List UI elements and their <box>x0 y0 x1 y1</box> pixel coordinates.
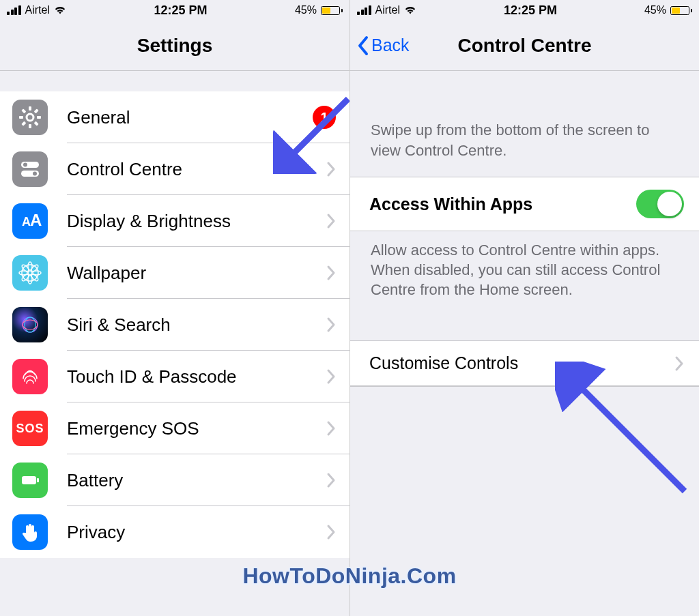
chevron-left-icon <box>357 35 369 56</box>
toggles-icon <box>12 151 48 187</box>
control-centre-nav-header: Back Control Centre <box>350 20 699 71</box>
svg-rect-29 <box>37 478 39 482</box>
settings-row-sos-label: Emergency SOS <box>48 418 326 439</box>
settings-row-wallpaper-label: Wallpaper <box>48 263 326 284</box>
settings-row-battery[interactable]: Battery <box>0 454 350 506</box>
svg-rect-7 <box>21 108 26 113</box>
access-within-apps-label: Access Within Apps <box>369 194 532 214</box>
settings-row-general-label: General <box>48 107 313 128</box>
status-left: Airtel <box>7 4 66 16</box>
battery-icon <box>670 6 692 15</box>
svg-point-26 <box>25 317 35 332</box>
svg-rect-3 <box>19 116 23 119</box>
sos-icon: SOS <box>12 411 48 446</box>
chevron-right-icon <box>326 161 336 177</box>
control-centre-title: Control Centre <box>458 35 592 57</box>
status-bar: Airtel 12:25 PM 45% <box>0 0 350 20</box>
customise-controls-row[interactable]: Customise Controls <box>350 340 699 386</box>
notification-badge: 1 <box>313 106 336 129</box>
cell-signal-icon <box>357 5 371 15</box>
settings-nav-header: Settings <box>0 20 350 71</box>
sos-text: SOS <box>16 422 44 436</box>
settings-row-privacy[interactable]: Privacy <box>0 506 350 558</box>
settings-row-wallpaper[interactable]: Wallpaper <box>0 247 350 299</box>
status-bar: Airtel 12:25 PM 45% <box>350 0 699 20</box>
battery-icon <box>321 6 343 15</box>
carrier-label: Airtel <box>25 4 50 16</box>
settings-row-siri-label: Siri & Search <box>48 314 326 336</box>
chevron-right-icon <box>326 368 336 385</box>
chevron-right-icon <box>326 265 336 281</box>
customise-controls-label: Customise Controls <box>369 353 518 373</box>
chevron-right-icon <box>326 472 336 488</box>
gear-icon <box>12 100 48 135</box>
flower-icon <box>12 255 48 291</box>
svg-rect-6 <box>21 121 26 126</box>
svg-rect-2 <box>29 124 31 128</box>
text-size-icon: AA <box>12 203 48 239</box>
settings-row-emergency-sos[interactable]: SOS Emergency SOS <box>0 402 350 454</box>
back-button[interactable]: Back <box>357 35 410 56</box>
svg-rect-1 <box>29 106 31 111</box>
control-centre-intro: Swipe up from the bottom of the screen t… <box>350 105 699 177</box>
svg-line-31 <box>575 382 685 491</box>
access-within-apps-toggle[interactable] <box>636 190 684 218</box>
battery-percentage: 45% <box>295 4 317 16</box>
settings-row-general[interactable]: General 1 <box>0 91 350 143</box>
svg-point-15 <box>28 271 32 275</box>
control-centre-screen: Airtel 12:25 PM 45% Back Control Centre … <box>350 0 699 616</box>
settings-list: General 1 Control Centre AA <box>0 91 350 558</box>
settings-row-display-brightness[interactable]: AA Display & Brightness <box>0 195 350 247</box>
access-within-apps-row: Access Within Apps <box>350 177 699 231</box>
status-time: 12:25 PM <box>504 3 557 18</box>
access-within-apps-footer: Allow access to Control Centre within ap… <box>350 231 699 313</box>
svg-text:A: A <box>30 211 42 229</box>
settings-row-control-centre-label: Control Centre <box>48 159 326 180</box>
wifi-icon <box>404 5 416 15</box>
chevron-right-icon <box>326 213 336 229</box>
svg-rect-28 <box>22 476 36 484</box>
status-left: Airtel <box>357 4 416 16</box>
cell-signal-icon <box>7 5 21 15</box>
svg-point-0 <box>27 114 33 121</box>
settings-row-siri-search[interactable]: Siri & Search <box>0 299 350 351</box>
wifi-icon <box>54 5 66 15</box>
settings-row-battery-label: Battery <box>48 470 326 491</box>
fingerprint-icon <box>12 359 48 394</box>
battery-percentage: 45% <box>644 4 666 16</box>
svg-rect-8 <box>34 121 39 126</box>
chevron-right-icon <box>674 355 684 372</box>
back-label: Back <box>371 35 410 55</box>
chevron-right-icon <box>326 420 336 437</box>
settings-row-display-label: Display & Brightness <box>48 211 326 232</box>
status-right: 45% <box>644 4 692 16</box>
status-time: 12:25 PM <box>154 3 207 18</box>
settings-row-touch-id[interactable]: Touch ID & Passcode <box>0 351 350 402</box>
svg-point-16 <box>22 265 38 281</box>
chevron-right-icon <box>326 524 336 540</box>
svg-point-12 <box>33 172 37 176</box>
settings-row-privacy-label: Privacy <box>48 522 326 543</box>
siri-icon <box>12 307 48 342</box>
battery-row-icon <box>12 463 48 498</box>
settings-screen: Airtel 12:25 PM 45% Settings General <box>0 0 350 616</box>
watermark-text: HowToDoNinja.Com <box>242 563 456 589</box>
status-right: 45% <box>295 4 343 16</box>
settings-row-control-centre[interactable]: Control Centre <box>0 143 350 195</box>
svg-rect-5 <box>34 108 39 113</box>
chevron-right-icon <box>326 317 336 333</box>
settings-title: Settings <box>137 35 212 57</box>
settings-row-touchid-label: Touch ID & Passcode <box>48 366 326 387</box>
hand-icon <box>12 514 48 550</box>
carrier-label: Airtel <box>375 4 400 16</box>
svg-rect-4 <box>37 116 41 119</box>
svg-point-10 <box>23 163 27 167</box>
